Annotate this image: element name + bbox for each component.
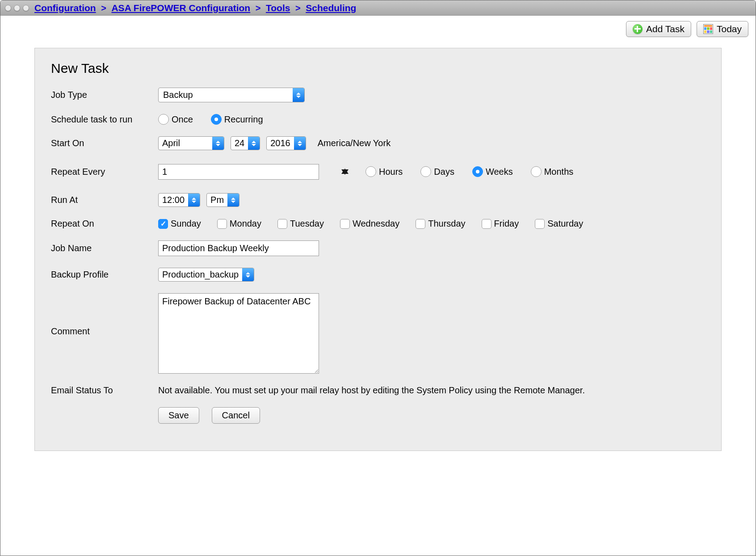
titlebar: Configuration > ASA FirePOWER Configurat… — [0, 0, 756, 16]
row-job-type: Job Type Backup — [51, 88, 705, 102]
row-repeat-every: Repeat Every Hours Days — [51, 162, 705, 181]
day-sunday-label: Sunday — [171, 219, 201, 229]
panel-title: New Task — [51, 61, 705, 76]
label-email-status: Email Status To — [51, 385, 158, 396]
today-label: Today — [717, 24, 742, 34]
add-task-label: Add Task — [646, 24, 685, 34]
row-schedule: Schedule task to run Once Recurring — [51, 114, 705, 125]
start-month-select[interactable]: April — [158, 136, 224, 150]
label-job-name: Job Name — [51, 243, 158, 253]
radio-once[interactable] — [158, 114, 169, 125]
unit-weeks-option[interactable]: Weeks — [472, 166, 513, 177]
checkbox-tuesday[interactable] — [277, 219, 287, 229]
add-task-button[interactable]: Add Task — [626, 21, 691, 37]
day-wednesday-option[interactable]: Wednesday — [340, 219, 399, 229]
breadcrumb-sep: > — [256, 3, 261, 13]
day-sunday-option[interactable]: Sunday — [158, 219, 201, 229]
backup-profile-value: Production_backup — [159, 268, 242, 281]
checkbox-wednesday[interactable] — [340, 219, 350, 229]
window-controls — [5, 5, 29, 11]
run-at-time-value: 12:00 — [159, 194, 188, 206]
spinner-up-button[interactable] — [341, 162, 349, 168]
run-at-ampm-select[interactable]: Pm — [206, 193, 239, 207]
label-run-at: Run At — [51, 195, 158, 205]
window-zoom-dot[interactable] — [23, 5, 29, 11]
schedule-once-option[interactable]: Once — [158, 114, 193, 125]
day-tuesday-option[interactable]: Tuesday — [277, 219, 324, 229]
chevron-updown-icon — [294, 137, 306, 150]
unit-months-label: Months — [544, 167, 574, 177]
unit-hours-label: Hours — [379, 167, 403, 177]
new-task-panel: New Task Job Type Backup Schedule task t… — [34, 48, 722, 451]
unit-months-option[interactable]: Months — [531, 166, 574, 177]
unit-hours-option[interactable]: Hours — [365, 166, 403, 177]
email-status-text: Not available. You must set up your mail… — [158, 385, 585, 396]
breadcrumb-asa-firepower-configuration[interactable]: ASA FirePOWER Configuration — [111, 3, 250, 13]
row-actions: Save Cancel — [51, 407, 705, 424]
row-email-status: Email Status To Not available. You must … — [51, 385, 705, 396]
day-saturday-label: Saturday — [547, 219, 583, 229]
unit-days-option[interactable]: Days — [420, 166, 454, 177]
repeat-every-input[interactable] — [158, 164, 319, 180]
day-wednesday-label: Wednesday — [353, 219, 399, 229]
chevron-updown-icon — [227, 194, 239, 206]
breadcrumb-scheduling[interactable]: Scheduling — [306, 3, 356, 13]
job-name-input[interactable] — [158, 240, 319, 256]
chevron-updown-icon — [212, 137, 224, 150]
label-repeat-every: Repeat Every — [51, 167, 158, 177]
window-minimize-dot[interactable] — [14, 5, 20, 11]
radio-hours[interactable] — [365, 166, 376, 177]
day-monday-label: Monday — [230, 219, 261, 229]
checkbox-sunday[interactable] — [158, 219, 168, 229]
plus-icon — [633, 24, 643, 34]
label-comment: Comment — [51, 293, 158, 337]
schedule-recurring-label: Recurring — [224, 114, 263, 125]
unit-weeks-label: Weeks — [486, 167, 513, 177]
breadcrumb-sep: > — [295, 3, 301, 13]
chevron-updown-icon — [242, 268, 254, 281]
radio-recurring[interactable] — [211, 114, 222, 125]
day-tuesday-label: Tuesday — [290, 219, 324, 229]
backup-profile-select[interactable]: Production_backup — [158, 268, 254, 282]
chevron-updown-icon — [293, 88, 304, 102]
checkbox-thursday[interactable] — [416, 219, 425, 229]
cancel-button[interactable]: Cancel — [212, 407, 260, 424]
checkbox-monday[interactable] — [217, 219, 227, 229]
start-year-select[interactable]: 2016 — [266, 136, 306, 150]
day-thursday-option[interactable]: Thursday — [416, 219, 465, 229]
calendar-icon — [703, 24, 713, 34]
checkbox-friday[interactable] — [482, 219, 491, 229]
day-monday-option[interactable]: Monday — [217, 219, 261, 229]
radio-days[interactable] — [420, 166, 431, 177]
label-job-type: Job Type — [51, 90, 158, 100]
spinner-down-button[interactable] — [341, 175, 349, 181]
breadcrumb-configuration[interactable]: Configuration — [34, 3, 96, 13]
save-button[interactable]: Save — [158, 407, 199, 424]
day-thursday-label: Thursday — [428, 219, 465, 229]
job-type-select[interactable]: Backup — [158, 88, 305, 102]
comment-input[interactable] — [158, 293, 319, 374]
start-day-select[interactable]: 24 — [231, 136, 260, 150]
radio-months[interactable] — [531, 166, 542, 177]
timezone-text: America/New York — [318, 138, 391, 148]
window-frame: Configuration > ASA FirePOWER Configurat… — [0, 0, 756, 556]
row-comment: Comment — [51, 293, 705, 374]
job-type-value: Backup — [159, 88, 293, 102]
schedule-recurring-option[interactable]: Recurring — [211, 114, 263, 125]
label-schedule: Schedule task to run — [51, 114, 158, 125]
row-job-name: Job Name — [51, 240, 705, 256]
breadcrumb-sep: > — [101, 3, 106, 13]
row-repeat-on: Repeat On Sunday Monday Tuesday — [51, 219, 705, 229]
day-saturday-option[interactable]: Saturday — [535, 219, 583, 229]
day-friday-label: Friday — [494, 219, 519, 229]
window-close-dot[interactable] — [5, 5, 11, 11]
checkbox-saturday[interactable] — [535, 219, 545, 229]
top-button-row: Add Task Today — [8, 21, 748, 37]
breadcrumb-tools[interactable]: Tools — [266, 3, 290, 13]
chevron-updown-icon — [188, 194, 200, 206]
day-friday-option[interactable]: Friday — [482, 219, 519, 229]
chevron-down-icon — [341, 169, 349, 181]
radio-weeks[interactable] — [472, 166, 483, 177]
today-button[interactable]: Today — [697, 21, 748, 37]
run-at-time-select[interactable]: 12:00 — [158, 193, 200, 207]
